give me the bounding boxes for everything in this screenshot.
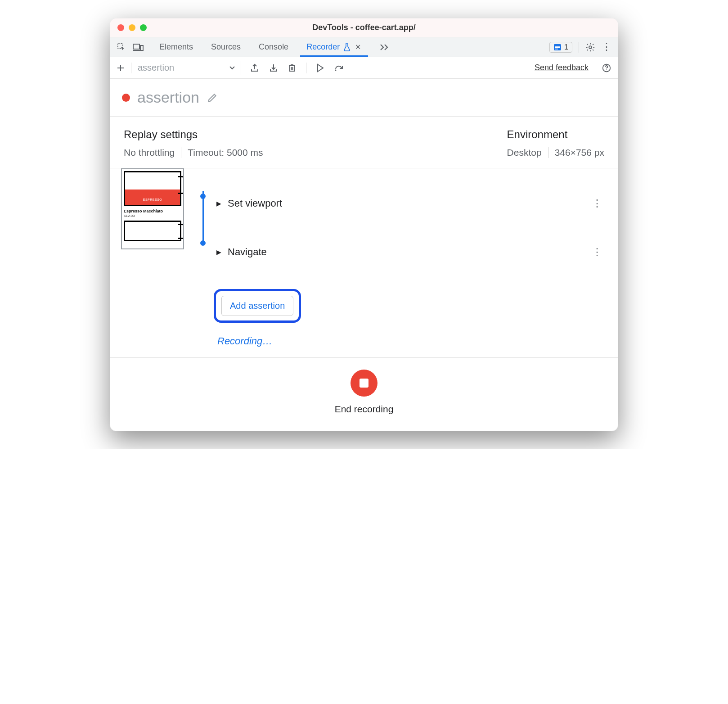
divider [595, 63, 595, 73]
step-menu-icon[interactable]: ⋮ [589, 198, 604, 209]
svg-rect-7 [555, 47, 560, 48]
expand-icon[interactable]: ▶ [216, 200, 221, 207]
inspect-icon[interactable] [117, 42, 126, 52]
thumbnail-column: ESPRESSO Espresso Macchiato $12.00 [118, 168, 189, 357]
stop-icon [360, 379, 368, 388]
environment-header: Environment [507, 128, 604, 141]
window-titlebar: DevTools - coffee-cart.app/ [110, 18, 618, 37]
step-label: Set viewport [228, 198, 282, 209]
thumbnail-price: $12.00 [124, 214, 181, 218]
svg-point-9 [589, 46, 592, 49]
divider [181, 147, 181, 158]
issue-icon [553, 44, 562, 51]
recording-selector-value: assertion [138, 63, 174, 73]
svg-point-14 [335, 69, 337, 71]
svg-rect-6 [555, 46, 560, 47]
tab-console[interactable]: Console [250, 37, 297, 57]
maximize-window-button[interactable] [140, 24, 147, 31]
step-row[interactable]: ▶ Navigate ⋮ [216, 239, 604, 266]
cup-illustration: ESPRESSO [124, 171, 181, 206]
play-icon[interactable] [316, 63, 324, 72]
environment-settings[interactable]: Environment Desktop 346×756 px [507, 128, 604, 158]
svg-rect-1 [133, 44, 139, 49]
timeout-value: Timeout: 5000 ms [188, 147, 263, 158]
svg-point-16 [606, 69, 607, 70]
chevron-down-icon [229, 66, 235, 70]
tab-label: Sources [211, 42, 241, 52]
recorder-toolbar: assertion Send feedback [110, 57, 618, 79]
recording-status: Recording… [217, 335, 604, 347]
issues-count: 1 [564, 43, 568, 51]
page-thumbnail: ESPRESSO Espresso Macchiato $12.00 [121, 168, 184, 249]
divider [548, 147, 548, 158]
end-recording-label: End recording [335, 404, 394, 415]
tab-sources[interactable]: Sources [202, 37, 250, 57]
cup-label: ESPRESSO [125, 198, 180, 201]
divider [579, 42, 579, 53]
help-icon[interactable] [602, 63, 611, 73]
send-feedback-link[interactable]: Send feedback [535, 63, 589, 72]
recorder-footer: End recording [110, 357, 618, 431]
svg-rect-8 [555, 49, 558, 50]
tab-label: Elements [159, 42, 193, 52]
recording-header: assertion [110, 79, 618, 117]
flask-icon [343, 43, 351, 51]
viewport-value: 346×756 px [555, 147, 604, 158]
export-icon[interactable] [250, 63, 259, 72]
cup-illustration [124, 221, 181, 241]
device-value: Desktop [507, 147, 542, 158]
tab-label: Console [259, 42, 288, 52]
divider [131, 63, 131, 73]
recording-selector[interactable]: assertion [138, 61, 241, 75]
minimize-window-button[interactable] [129, 24, 135, 31]
add-assertion-button[interactable]: Add assertion [221, 296, 293, 316]
steps-area: ESPRESSO Espresso Macchiato $12.00 ▶ Set… [110, 168, 618, 357]
kebab-menu-icon[interactable]: ⋮ [602, 45, 611, 49]
step-row[interactable]: ▶ Set viewport ⋮ [216, 190, 604, 217]
timeline-dot [200, 194, 206, 199]
delete-icon[interactable] [288, 63, 296, 72]
end-recording-button[interactable] [351, 370, 377, 397]
divider [306, 63, 306, 73]
recording-name: assertion [137, 89, 199, 106]
replay-settings-header: Replay settings [124, 128, 263, 141]
timeline-dot [200, 240, 206, 246]
throttling-value: No throttling [124, 147, 175, 158]
step-menu-icon[interactable]: ⋮ [589, 246, 604, 258]
replay-settings[interactable]: Replay settings No throttling Timeout: 5… [124, 128, 263, 158]
close-tab-icon[interactable]: ✕ [354, 42, 362, 52]
more-tabs-button[interactable] [371, 37, 398, 57]
recording-indicator-icon [122, 94, 130, 102]
step-icon[interactable] [334, 64, 344, 72]
tab-recorder[interactable]: Recorder ✕ [297, 37, 371, 57]
close-window-button[interactable] [117, 24, 124, 31]
edit-icon[interactable] [207, 92, 218, 104]
steps-list: ▶ Set viewport ⋮ ▶ Navigate ⋮ Add assert… [216, 168, 604, 357]
add-assertion-highlight: Add assertion [214, 289, 301, 323]
settings-row: Replay settings No throttling Timeout: 5… [110, 117, 618, 168]
step-label: Navigate [228, 246, 267, 258]
svg-rect-3 [140, 45, 143, 50]
window-title: DevTools - coffee-cart.app/ [110, 23, 618, 32]
tab-elements[interactable]: Elements [150, 37, 202, 57]
issues-badge[interactable]: 1 [549, 42, 572, 53]
traffic-lights [110, 24, 147, 31]
tab-label: Recorder [306, 42, 340, 52]
chevron-double-right-icon [380, 44, 389, 51]
thumbnail-caption: Espresso Macchiato [124, 209, 181, 214]
device-icon[interactable] [133, 43, 144, 52]
devtools-tabstrip: Elements Sources Console Recorder ✕ [110, 37, 618, 57]
devtools-window: DevTools - coffee-cart.app/ Elements Sou… [110, 18, 618, 431]
gear-icon[interactable] [585, 42, 595, 52]
timeline [189, 168, 216, 357]
expand-icon[interactable]: ▶ [216, 248, 221, 256]
import-icon[interactable] [269, 63, 278, 72]
add-icon[interactable] [117, 64, 125, 72]
